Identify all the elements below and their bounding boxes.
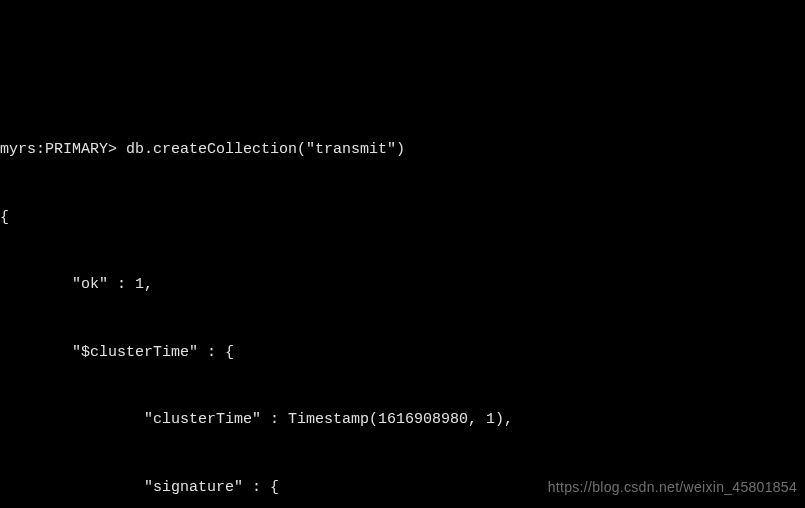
terminal-line: { xyxy=(0,207,805,230)
watermark-text: https://blog.csdn.net/weixin_45801854 xyxy=(548,477,797,498)
terminal-output: myrs:PRIMARY> db.createCollection("trans… xyxy=(0,94,805,508)
terminal-line: "$clusterTime" : { xyxy=(0,342,805,365)
terminal-line: "clusterTime" : Timestamp(1616908980, 1)… xyxy=(0,409,805,432)
terminal-line: myrs:PRIMARY> db.createCollection("trans… xyxy=(0,139,805,162)
terminal-line: "ok" : 1, xyxy=(0,274,805,297)
